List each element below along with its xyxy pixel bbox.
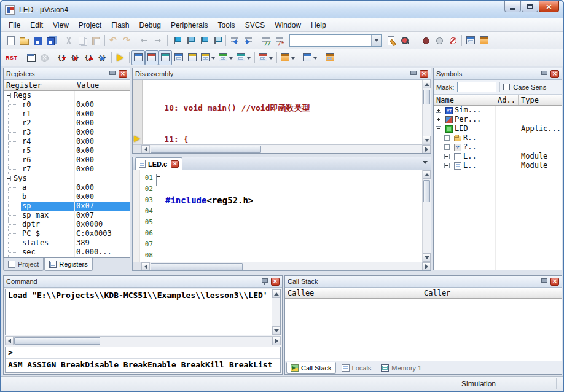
disassembly-margin[interactable] xyxy=(133,80,143,144)
fold-margin[interactable] xyxy=(155,170,163,262)
scroll-up-button[interactable] xyxy=(423,170,431,179)
breakpoint-margin[interactable] xyxy=(133,170,140,262)
scroll-left-button[interactable] xyxy=(5,337,14,345)
comment-button[interactable] xyxy=(259,33,273,48)
toggle-breakpoint-button[interactable] xyxy=(419,33,433,48)
register-group-sys[interactable]: Sys xyxy=(4,174,130,183)
serial-window-toggle[interactable] xyxy=(235,50,253,65)
collapse-icon[interactable] xyxy=(436,126,441,131)
command-input-line[interactable]: > xyxy=(6,347,280,359)
scrollbar-thumb[interactable] xyxy=(151,146,261,153)
bookmark-toggle-button[interactable] xyxy=(170,33,183,48)
pin-icon[interactable] xyxy=(541,278,548,286)
new-file-button[interactable] xyxy=(4,33,17,48)
editor-hscrollbar[interactable] xyxy=(133,262,431,270)
menu-item-view[interactable]: View xyxy=(48,19,74,31)
find-in-files-button[interactable] xyxy=(398,33,412,48)
menu-item-peripherals[interactable]: Peripherals xyxy=(166,19,213,31)
scrollbar-thumb[interactable] xyxy=(14,337,100,345)
close-panel-icon[interactable] xyxy=(119,70,127,78)
pin-icon[interactable] xyxy=(261,278,268,286)
save-all-button[interactable] xyxy=(44,33,58,48)
symbol-row-module[interactable]: L..Module xyxy=(434,152,562,161)
command-vscrollbar[interactable] xyxy=(272,289,280,335)
register-row-sp-max[interactable]: sp_max0x07 xyxy=(4,211,130,220)
indent-button[interactable] xyxy=(241,33,255,48)
symbols-window-toggle[interactable] xyxy=(159,50,172,65)
menu-item-window[interactable]: Window xyxy=(270,19,306,31)
step-out-button[interactable] xyxy=(82,50,96,65)
maximize-button[interactable] xyxy=(522,1,538,12)
splitter-box[interactable] xyxy=(133,262,141,270)
menu-item-project[interactable]: Project xyxy=(74,19,106,31)
register-row-r2[interactable]: r20x00 xyxy=(4,119,130,128)
callstack-window-toggle[interactable] xyxy=(186,50,199,65)
expand-icon[interactable] xyxy=(436,108,441,113)
registers-window-toggle[interactable] xyxy=(172,50,186,65)
redo-button[interactable] xyxy=(120,33,134,48)
scrollbar-thumb[interactable] xyxy=(151,263,243,270)
minimize-button[interactable] xyxy=(504,1,521,12)
pin-icon[interactable] xyxy=(109,70,116,78)
register-row-r7[interactable]: r70x00 xyxy=(4,165,130,174)
code-line[interactable]: #include<reg52.h> xyxy=(165,195,422,206)
register-row-a[interactable]: a0x00 xyxy=(4,183,130,192)
reset-cpu-button[interactable]: RST xyxy=(4,50,20,65)
navigate-forward-button[interactable] xyxy=(152,33,165,48)
menu-item-tools[interactable]: Tools xyxy=(213,19,240,31)
menu-item-flash[interactable]: Flash xyxy=(106,19,134,31)
bookmark-next-button[interactable] xyxy=(197,33,210,48)
trace-window-toggle[interactable] xyxy=(279,50,297,65)
system-viewer-toggle[interactable] xyxy=(301,50,319,65)
toolbox-button[interactable] xyxy=(323,50,337,65)
register-row-sec[interactable]: sec0.000... xyxy=(4,248,130,257)
scroll-down-button[interactable] xyxy=(272,326,280,335)
document-list-dropdown-icon[interactable] xyxy=(423,161,428,167)
navigate-back-button[interactable] xyxy=(138,33,152,48)
tab-call-stack[interactable]: Call Stack xyxy=(286,362,336,374)
step-over-button[interactable] xyxy=(69,50,82,65)
resize-grip[interactable] xyxy=(557,377,563,391)
register-row-sp[interactable]: sp0x07 xyxy=(4,202,130,211)
scroll-right-button[interactable] xyxy=(422,145,431,154)
bookmark-clear-button[interactable] xyxy=(210,33,224,48)
disassembly-vscrollbar[interactable] xyxy=(422,80,431,144)
halt-button[interactable] xyxy=(37,50,51,65)
expand-icon[interactable] xyxy=(444,163,450,168)
register-group-regs[interactable]: Regs xyxy=(4,91,130,100)
code-line[interactable] xyxy=(165,228,422,239)
save-button[interactable] xyxy=(31,33,44,48)
menu-item-svcs[interactable]: SVCS xyxy=(240,19,270,31)
scroll-down-button[interactable] xyxy=(423,253,431,262)
disable-breakpoint-button[interactable] xyxy=(433,33,446,48)
expand-icon[interactable] xyxy=(444,154,450,159)
register-row-r3[interactable]: r30x00 xyxy=(4,128,130,137)
fold-collapse-icon[interactable] xyxy=(156,174,157,186)
command-window-toggle[interactable] xyxy=(131,50,145,65)
disassembly-line[interactable]: 11: { xyxy=(145,134,422,144)
symbol-row-simulator[interactable]: Sim... xyxy=(434,106,562,115)
menu-item-help[interactable]: Help xyxy=(306,19,331,31)
register-row-r5[interactable]: r50x00 xyxy=(4,146,130,155)
symbol-row-module[interactable]: L..Module xyxy=(434,161,562,170)
paste-button[interactable] xyxy=(89,33,103,48)
symbol-row-folder[interactable]: R.. xyxy=(434,133,562,143)
bookmark-prev-button[interactable] xyxy=(183,33,197,48)
scroll-up-button[interactable] xyxy=(272,289,280,298)
scroll-down-button[interactable] xyxy=(423,136,431,144)
scroll-up-button[interactable] xyxy=(423,80,431,88)
run-to-cursor-button[interactable] xyxy=(96,50,109,65)
tab-memory-1[interactable]: Memory 1 xyxy=(377,362,426,374)
symbol-row-led[interactable]: LEDApplic... xyxy=(434,124,562,133)
register-row-b[interactable]: b0x00 xyxy=(4,192,130,202)
scroll-left-button[interactable] xyxy=(141,145,150,154)
disassembly-hscrollbar[interactable] xyxy=(133,144,431,153)
close-document-icon[interactable] xyxy=(171,160,179,168)
tab-project[interactable]: Project xyxy=(3,258,44,271)
tab-locals[interactable]: Locals xyxy=(337,362,376,374)
outdent-button[interactable] xyxy=(228,33,241,48)
close-panel-icon[interactable] xyxy=(550,70,559,78)
scroll-right-button[interactable] xyxy=(272,337,281,345)
mask-input[interactable] xyxy=(457,82,496,92)
register-row-pc[interactable]: PC $C:0x0003 xyxy=(4,229,130,238)
